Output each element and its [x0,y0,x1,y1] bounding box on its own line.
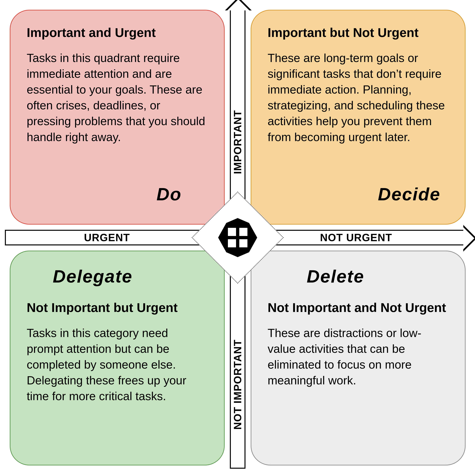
quadrant-delegate-title: Not Important but Urgent [27,300,208,315]
axis-label-not-important: NOT IMPORTANT [232,340,244,430]
svg-rect-3 [228,239,236,247]
quadrant-decide: Important but Not Urgent These are long-… [251,10,466,225]
arrowhead-right-icon [463,227,474,249]
quadrant-delete-title: Not Important and Not Urgent [268,300,449,315]
svg-rect-1 [228,228,236,236]
quadrant-delete: Delete Not Important and Not Urgent Thes… [251,251,466,465]
svg-rect-2 [239,228,247,236]
axis-label-urgent: URGENT [84,232,130,244]
quadrant-do-action: Do [157,184,182,204]
axis-label-important: IMPORTANT [232,110,244,174]
eisenhower-matrix: Important and Urgent Tasks in this quadr… [0,0,475,476]
quadrant-decide-action: Decide [378,184,440,204]
quadrant-delegate: Delegate Not Important but Urgent Tasks … [10,251,225,465]
arrowhead-up-icon [227,0,249,10]
quadrant-do-desc: Tasks in this quadrant require immediate… [27,50,208,145]
quadrant-do: Important and Urgent Tasks in this quadr… [10,10,225,225]
quadrant-decide-desc: These are long-term goals or significant… [268,50,449,145]
svg-marker-0 [218,218,257,257]
quadrant-delete-action: Delete [307,266,364,287]
quadrant-delegate-action: Delegate [53,266,133,287]
quadrant-decide-title: Important but Not Urgent [268,25,449,40]
quadrant-delete-desc: These are distractions or low-value acti… [268,325,449,389]
quadrant-delegate-desc: Tasks in this category need prompt atten… [27,325,208,404]
quadrant-do-title: Important and Urgent [27,25,208,40]
four-squares-icon [217,217,258,258]
svg-rect-4 [239,239,247,247]
axis-label-not-urgent: NOT URGENT [320,232,392,244]
